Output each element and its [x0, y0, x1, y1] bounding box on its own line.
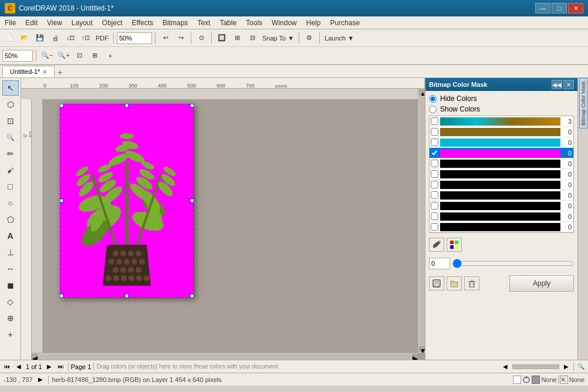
hide-colors-label[interactable]: Hide Colors — [440, 94, 477, 103]
menu-tools[interactable]: Tools — [241, 18, 267, 28]
rectangle-tool[interactable]: □ — [2, 179, 19, 194]
fill-tool[interactable]: + — [2, 327, 19, 342]
load-mask-button[interactable] — [447, 276, 462, 290]
menu-text[interactable]: Text — [192, 18, 215, 28]
close-button[interactable]: ✕ — [568, 3, 583, 13]
color-checkbox-9[interactable] — [431, 202, 438, 209]
show-colors-radio[interactable] — [429, 106, 437, 113]
text-tool[interactable]: A — [2, 228, 19, 244]
color-row-5[interactable]: 0 — [430, 158, 573, 169]
import-button[interactable]: ↓⊡ — [63, 31, 77, 45]
menu-object[interactable]: Object — [97, 18, 127, 28]
menu-table[interactable]: Table — [215, 18, 241, 28]
new-tab-button[interactable]: + — [55, 67, 65, 77]
eyedropper-select-tool[interactable] — [429, 238, 444, 252]
minimize-button[interactable]: — — [535, 3, 550, 13]
color-row-9[interactable]: 0 — [430, 201, 573, 211]
menu-window[interactable]: Window — [267, 18, 302, 28]
view-grid[interactable]: ⊞ — [230, 31, 244, 45]
zoom-all-btn[interactable]: ⊞ — [88, 49, 102, 63]
color-checkbox-1[interactable] — [431, 117, 438, 125]
color-row-8[interactable]: 0 — [430, 190, 573, 201]
menu-effects[interactable]: Effects — [127, 18, 158, 28]
color-checkbox-5[interactable] — [431, 160, 438, 167]
undo-button[interactable]: ↩ — [158, 31, 173, 45]
scrollbar-vertical[interactable]: ▲ ▼ — [418, 89, 425, 353]
select-tool[interactable]: ↖ — [2, 80, 19, 96]
shape-tool[interactable]: ⬡ — [2, 97, 19, 112]
color-settings[interactable]: ⊙ — [194, 31, 208, 45]
save-button[interactable]: 💾 — [33, 31, 47, 45]
show-colors-label[interactable]: Show Colors — [440, 105, 480, 113]
last-page-button[interactable]: ⏭ — [56, 362, 66, 371]
panel-pin-button[interactable]: ◀◀ — [552, 80, 562, 89]
panel-close-button[interactable]: ✕ — [563, 80, 574, 89]
expand-button[interactable]: ▶ — [36, 376, 45, 384]
prev-page-button[interactable]: ◀ — [14, 362, 23, 371]
color-row-10[interactable]: 0 — [430, 211, 573, 222]
transparency-tool[interactable]: ◇ — [2, 294, 19, 309]
menu-view[interactable]: View — [42, 18, 67, 28]
color-row-3[interactable]: 0 — [430, 137, 573, 148]
connector-tool[interactable]: ↔ — [2, 261, 19, 276]
options-button[interactable]: ⚙ — [302, 31, 316, 45]
zoom-in-btn[interactable]: 🔍+ — [56, 49, 71, 63]
scroll-left-btn[interactable]: ◀ — [501, 362, 510, 371]
color-checkbox-7[interactable] — [431, 181, 438, 188]
shadow-tool[interactable]: ◼ — [2, 278, 19, 293]
zoom-fit-btn[interactable]: + — [103, 49, 117, 63]
apply-button[interactable]: Apply — [509, 275, 574, 292]
fill-color-indicator[interactable] — [513, 376, 521, 384]
canvas-scroll[interactable] — [42, 99, 425, 360]
crop-tool[interactable]: ⊡ — [2, 113, 19, 129]
menu-edit[interactable]: Edit — [21, 18, 42, 28]
export-button[interactable]: ↑⊡ — [79, 31, 93, 45]
maximize-button[interactable]: □ — [552, 3, 567, 13]
zoom-input-property[interactable] — [2, 50, 33, 62]
stroke-indicator[interactable] — [532, 376, 540, 384]
launch-button[interactable]: Launch ▼ — [323, 31, 356, 45]
tab-close-icon[interactable]: ✕ — [42, 69, 47, 75]
print-button[interactable]: 🖨 — [48, 31, 62, 45]
color-checkbox-11[interactable] — [431, 223, 438, 231]
redo-button[interactable]: ↪ — [174, 31, 188, 45]
zoom-icon-btn[interactable]: 🔍 — [576, 362, 586, 371]
save-mask-button[interactable] — [429, 276, 444, 290]
panel-header-buttons[interactable]: ◀◀ ✕ — [552, 80, 574, 89]
polygon-tool[interactable]: ⬠ — [2, 212, 19, 227]
eyedropper-tool[interactable]: ⊕ — [2, 310, 19, 326]
docker-tab-bitmap-color-mask[interactable]: Bitmap Color Mask — [579, 78, 587, 129]
delete-mask-button[interactable] — [464, 276, 479, 290]
scroll-right-btn[interactable]: ▶ — [562, 362, 571, 371]
first-page-button[interactable]: ⏮ — [2, 362, 12, 371]
menu-bitmaps[interactable]: Bitmaps — [158, 18, 192, 28]
zoom-input-main[interactable] — [117, 32, 152, 44]
view-table[interactable]: ⊟ — [245, 31, 259, 45]
zoom-level-btn[interactable]: ⊡ — [73, 49, 87, 63]
zoom-out-btn[interactable]: 🔍− — [39, 49, 55, 63]
page-scrollbar[interactable] — [512, 364, 559, 369]
ellipse-tool[interactable]: ○ — [2, 195, 19, 211]
menu-purchase[interactable]: Purchase — [325, 18, 364, 28]
next-page-button[interactable]: ▶ — [45, 362, 54, 371]
color-row-4-selected[interactable]: 0 — [430, 148, 573, 158]
color-checkbox-4[interactable] — [431, 149, 438, 157]
color-checkbox-2[interactable] — [431, 128, 438, 136]
dimension-tool[interactable]: ⊥ — [2, 245, 19, 260]
hide-colors-radio[interactable] — [429, 95, 437, 103]
color-grid-tool[interactable] — [447, 238, 462, 252]
color-checkbox-6[interactable] — [431, 170, 438, 178]
snap-to-btn[interactable]: Snap To ▼ — [261, 31, 296, 45]
color-checkbox-3[interactable] — [431, 138, 438, 146]
view-options[interactable]: 🔲 — [215, 31, 229, 45]
new-button[interactable]: 📄 — [2, 31, 16, 45]
scrollbar-horizontal[interactable]: ◀ ▶ — [32, 353, 418, 360]
color-row-2[interactable]: 0 — [430, 127, 573, 137]
color-checkbox-10[interactable] — [431, 212, 438, 220]
menu-file[interactable]: File — [0, 18, 21, 28]
color-row-11[interactable]: 0 — [430, 222, 573, 232]
publish-pdf[interactable]: PDF — [94, 31, 110, 45]
document-tab-active[interactable]: Untitled-1* ✕ — [2, 66, 55, 77]
menu-help[interactable]: Help — [302, 18, 326, 28]
tolerance-input[interactable]: 0 — [429, 258, 450, 269]
